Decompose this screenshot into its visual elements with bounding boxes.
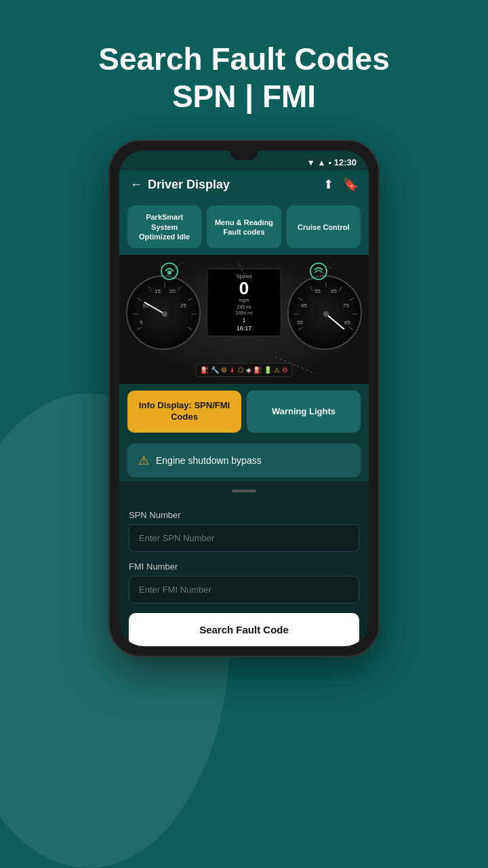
gear-label: 1 [210, 317, 278, 323]
svg-line-22 [349, 298, 354, 301]
quick-action-menu[interactable]: Menu & Reading Fault codes [207, 205, 281, 248]
svg-text:65: 65 [331, 288, 337, 294]
fmi-label: FMI Number [129, 561, 359, 572]
warn-icon-9: ⚠ [274, 366, 280, 374]
svg-text:15: 15 [155, 288, 161, 294]
warn-icon-3: ⚙ [221, 366, 227, 374]
svg-text:75: 75 [343, 302, 349, 309]
phone-mockup: ▼ ▲ ▪ 12:30 ← Driver Display ⬆ 🔖 [108, 140, 380, 657]
warn-icon-5: ⬡ [238, 366, 244, 374]
speed-unit: mph [210, 297, 278, 303]
warn-icon-1: ⛽ [201, 366, 209, 374]
drag-handle [232, 490, 256, 492]
svg-text:20: 20 [169, 288, 176, 294]
bookmark-button[interactable]: 🔖 [343, 177, 358, 192]
svg-point-35 [310, 263, 327, 279]
warn-icon-7: ⛽ [253, 366, 262, 374]
speed-detail1: 240 mi [210, 304, 278, 309]
phone-shell: ▼ ▲ ▪ 12:30 ← Driver Display ⬆ 🔖 [108, 140, 380, 657]
svg-line-3 [149, 287, 152, 292]
svg-line-31 [326, 314, 344, 329]
app-bar: ← Driver Display ⬆ 🔖 [119, 170, 369, 199]
dashboard-bg: 5 10 15 20 25 [119, 255, 369, 384]
speed-detail2: 2454 mi [210, 311, 278, 315]
warn-icon-2: 🔧 [211, 366, 219, 374]
spn-label: SPN Number [129, 510, 359, 520]
svg-point-32 [323, 311, 329, 317]
form-area: SPN Number FMI Number Search Fault Code [119, 500, 369, 646]
warn-icon-4: 🌡 [229, 366, 236, 374]
app-bar-actions: ⬆ 🔖 [323, 177, 358, 192]
engine-shutdown-icon: ⚠ [138, 453, 149, 468]
quick-action-parksmart[interactable]: ParkSmart System Optimized Idle [127, 205, 201, 248]
warn-icon-8: 🔋 [264, 366, 272, 374]
spn-input[interactable] [129, 524, 359, 552]
svg-point-34 [167, 271, 171, 275]
tab-buttons: Info Display: SPN/FMI Codes Warning Ligh… [119, 384, 369, 439]
warning-icons-row: ⛽ 🔧 ⚙ 🌡 ⬡ ◈ ⛽ 🔋 ⚠ ⚙ [196, 363, 293, 377]
engine-shutdown-label: Engine shutdown bypass [156, 455, 262, 466]
svg-line-0 [137, 328, 142, 330]
svg-line-8 [188, 328, 192, 330]
indicator-right-icon [309, 262, 328, 284]
indicator-left-icon [160, 262, 179, 284]
app-bar-left: ← Driver Display [130, 178, 230, 192]
status-icons: ▼ ▲ ▪ 12:30 [307, 157, 357, 167]
svg-text:85: 85 [344, 319, 350, 326]
svg-point-15 [162, 311, 167, 317]
fmi-input[interactable] [129, 576, 359, 604]
phone-screen: ▼ ▲ ▪ 12:30 ← Driver Display ⬆ 🔖 [119, 151, 369, 646]
time-display: 16:17 [210, 325, 278, 332]
search-button[interactable]: Search Fault Code [129, 613, 359, 646]
tab-info-display[interactable]: Info Display: SPN/FMI Codes [127, 391, 241, 433]
svg-line-5 [178, 287, 181, 292]
svg-line-19 [310, 287, 313, 292]
battery-icon: ▪ [328, 158, 331, 167]
svg-line-2 [137, 298, 142, 301]
signal-icon: ▲ [318, 158, 326, 167]
svg-line-21 [340, 287, 342, 292]
quick-actions: ParkSmart System Optimized Idle Menu & R… [119, 199, 369, 255]
svg-text:45: 45 [301, 302, 307, 309]
center-display: Speed 0 mph 240 mi 2454 mi 1 16:17 [207, 269, 281, 336]
app-bar-title: Driver Display [148, 178, 230, 192]
svg-line-16 [298, 328, 303, 330]
tab-warning-lights[interactable]: Warning Lights [247, 391, 361, 433]
svg-text:55: 55 [314, 288, 321, 294]
quick-action-cruise[interactable]: Cruise Control [287, 205, 361, 248]
phone-notch [230, 151, 258, 160]
speed-value: 0 [210, 279, 278, 297]
gauge-right: 35 45 55 65 75 85 [287, 275, 362, 350]
svg-line-6 [188, 298, 192, 301]
svg-text:25: 25 [180, 302, 186, 309]
dashboard-area: 5 10 15 20 25 [119, 255, 369, 384]
wifi-icon: ▼ [307, 158, 315, 167]
svg-line-18 [298, 298, 303, 301]
svg-text:5: 5 [140, 319, 143, 326]
page-title: Search Fault Codes SPN | FMI [71, 41, 416, 115]
svg-text:35: 35 [297, 319, 303, 326]
warn-icon-6: ◈ [246, 366, 251, 374]
gauge-left: 5 10 15 20 25 [126, 275, 201, 350]
back-button[interactable]: ← [130, 178, 142, 192]
status-time: 12:30 [334, 157, 357, 167]
share-button[interactable]: ⬆ [323, 177, 333, 192]
engine-shutdown-row[interactable]: ⚠ Engine shutdown bypass [127, 443, 361, 477]
svg-line-24 [349, 328, 354, 330]
warn-icon-10: ⚙ [282, 366, 288, 374]
